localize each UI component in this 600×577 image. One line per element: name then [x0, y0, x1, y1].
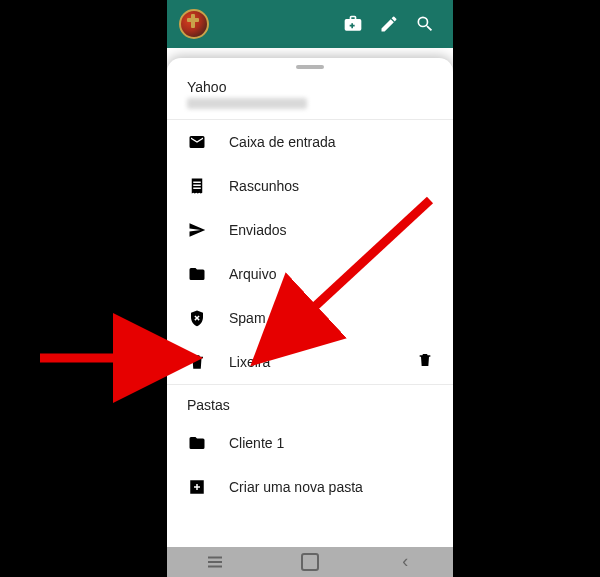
folder-trash[interactable]: Lixeira: [167, 340, 453, 384]
empty-trash-icon[interactable]: [417, 352, 433, 371]
send-icon: [187, 220, 207, 240]
folder-label: Enviados: [229, 222, 287, 238]
folder-icon: [187, 264, 207, 284]
account-header[interactable]: Yahoo: [167, 73, 453, 120]
folder-inbox[interactable]: Caixa de entrada: [167, 120, 453, 164]
nav-back[interactable]: ‹: [375, 552, 435, 573]
android-navbar: ‹: [167, 547, 453, 577]
folder-archive[interactable]: Arquivo: [167, 252, 453, 296]
folder-label: Rascunhos: [229, 178, 299, 194]
account-avatar[interactable]: [179, 9, 209, 39]
search-icon[interactable]: [407, 6, 443, 42]
folder-spam[interactable]: Spam: [167, 296, 453, 340]
stage: Caixa de entrada Yahoo Caixa de entrada: [0, 0, 600, 577]
shield-x-icon: [187, 308, 207, 328]
nav-home[interactable]: [280, 553, 340, 571]
create-folder[interactable]: Criar uma nova pasta: [167, 465, 453, 509]
app-topbar: [167, 0, 453, 48]
receipt-icon: [187, 176, 207, 196]
phone-frame: Caixa de entrada Yahoo Caixa de entrada: [167, 0, 453, 577]
navigation-drawer[interactable]: Yahoo Caixa de entrada Rascunhos: [167, 58, 453, 547]
folder-label: Cliente 1: [229, 435, 284, 451]
folder-sent[interactable]: Enviados: [167, 208, 453, 252]
mail-icon: [187, 132, 207, 152]
folder-drafts[interactable]: Rascunhos: [167, 164, 453, 208]
account-email-redacted: [187, 98, 307, 109]
folder-label: Spam: [229, 310, 266, 326]
add-icon: [187, 477, 207, 497]
compose-icon[interactable]: [371, 6, 407, 42]
folder-label: Arquivo: [229, 266, 276, 282]
sheet-grabber[interactable]: [296, 65, 324, 69]
account-provider: Yahoo: [187, 79, 433, 95]
nav-recents[interactable]: [185, 561, 245, 564]
folder-icon: [187, 433, 207, 453]
section-folders-header: Pastas: [167, 385, 453, 421]
custom-folder-cliente1[interactable]: Cliente 1: [167, 421, 453, 465]
create-folder-label: Criar uma nova pasta: [229, 479, 363, 495]
folder-label: Lixeira: [229, 354, 270, 370]
trash-icon: [187, 352, 207, 372]
folder-label: Caixa de entrada: [229, 134, 336, 150]
medkit-icon[interactable]: [335, 6, 371, 42]
